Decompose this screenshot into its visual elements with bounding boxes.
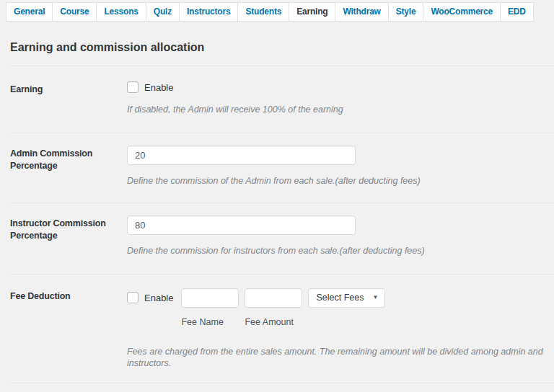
setting-row-instructor-commission: Instructor Commission Percentage Define …: [10, 203, 554, 275]
instructor-commission-label: Instructor Commission Percentage: [10, 215, 127, 242]
tab-quiz[interactable]: Quiz: [146, 2, 180, 22]
tab-students[interactable]: Students: [237, 2, 289, 22]
fee-type-select-value: Select Fees: [316, 293, 364, 303]
tab-general[interactable]: General: [6, 2, 53, 22]
fee-deduction-enable-label: Enable: [144, 293, 173, 303]
tab-woocommerce[interactable]: WooCommerce: [423, 2, 501, 22]
setting-row-earning: Earning Enable If disabled, the Admin wi…: [10, 66, 554, 133]
earning-settings-panel: Earning and commission allocation Earnin…: [10, 22, 554, 392]
page-title: Earning and commission allocation: [10, 22, 554, 66]
tab-withdraw[interactable]: Withdraw: [335, 2, 388, 22]
tab-edd[interactable]: EDD: [500, 2, 534, 22]
fee-deduction-label: Fee Deduction: [10, 288, 127, 303]
fee-amount-label: Fee Amount: [245, 317, 302, 327]
setting-row-statement-per-page: Show Statement Per Page: [10, 383, 554, 392]
earning-description: If disabled, the Admin will receive 100%…: [127, 104, 554, 115]
admin-commission-input[interactable]: [127, 146, 356, 165]
fee-deduction-enable-toggle[interactable]: Enable: [127, 288, 173, 308]
setting-row-admin-commission: Admin Commission Percentage Define the c…: [10, 133, 554, 202]
instructor-commission-description: Define the commission for instructors fr…: [127, 245, 554, 257]
fee-amount-input[interactable]: [245, 288, 302, 308]
earning-label: Earning: [10, 81, 127, 96]
earning-enable-checkbox[interactable]: [127, 81, 138, 93]
tab-style[interactable]: Style: [388, 2, 424, 22]
admin-commission-description: Define the commission of the Admin from …: [127, 175, 554, 187]
chevron-down-icon: ▼: [373, 295, 379, 300]
setting-row-fee-deduction: Fee Deduction Enable Fee Name Fee Amount…: [10, 275, 554, 384]
admin-commission-label: Admin Commission Percentage: [10, 146, 127, 172]
tab-lessons[interactable]: Lessons: [96, 2, 146, 22]
fee-name-label: Fee Name: [181, 317, 239, 327]
fee-name-input[interactable]: [181, 288, 239, 308]
tab-course[interactable]: Course: [52, 2, 97, 22]
fee-type-select[interactable]: Select Fees ▼: [308, 288, 385, 308]
fee-deduction-description: Fees are charged from the entire sales a…: [127, 346, 554, 370]
tab-instructors[interactable]: Instructors: [179, 2, 238, 22]
earning-enable-label: Enable: [144, 82, 173, 93]
tab-earning[interactable]: Earning: [289, 2, 335, 22]
fee-deduction-enable-checkbox[interactable]: [127, 292, 138, 303]
instructor-commission-input[interactable]: [127, 215, 356, 235]
settings-tabs: General Course Lessons Quiz Instructors …: [6, 2, 554, 22]
earning-enable-toggle[interactable]: Enable: [127, 81, 173, 93]
